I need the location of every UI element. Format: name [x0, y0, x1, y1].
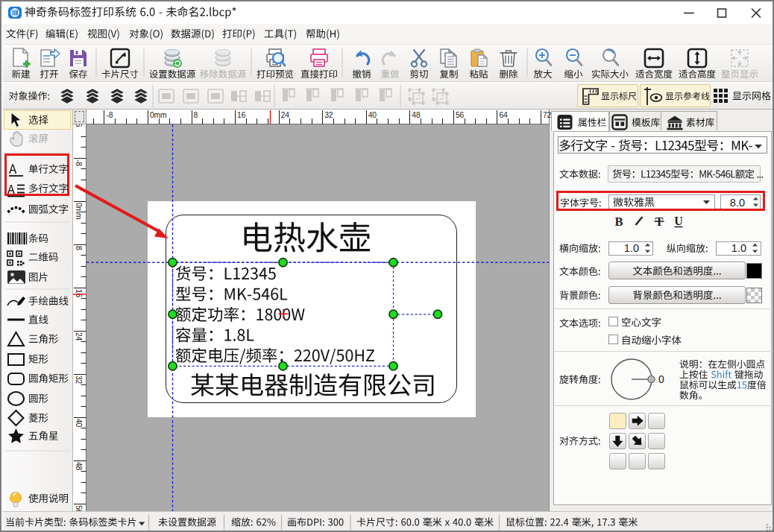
svg-text:0mm: 0mm — [150, 111, 166, 119]
svg-text:-8: -8 — [75, 159, 83, 166]
svg-text:16: 16 — [75, 289, 83, 298]
svg-text:U: U — [674, 215, 683, 227]
svg-text:32: 32 — [324, 111, 333, 119]
svg-text:16: 16 — [237, 111, 246, 119]
svg-text:32: 32 — [75, 376, 83, 384]
svg-text:48: 48 — [75, 462, 83, 471]
svg-text:1.0: 1.0 — [731, 242, 746, 254]
svg-text:56: 56 — [75, 505, 83, 514]
svg-text:72: 72 — [543, 111, 552, 119]
svg-text:8: 8 — [194, 111, 198, 119]
svg-text:8.0: 8.0 — [730, 197, 745, 209]
svg-text:64: 64 — [499, 111, 508, 119]
svg-text:8: 8 — [75, 246, 83, 250]
svg-text:24: 24 — [281, 111, 290, 119]
svg-text:B: B — [614, 215, 623, 229]
svg-text:48: 48 — [412, 111, 421, 119]
svg-text:56: 56 — [456, 111, 465, 119]
svg-text:0: 0 — [658, 373, 664, 385]
svg-text:-8: -8 — [106, 111, 113, 119]
svg-text:1.0: 1.0 — [624, 242, 639, 254]
svg-text:40: 40 — [368, 111, 377, 119]
svg-text:24: 24 — [75, 332, 83, 341]
svg-text:0mm: 0mm — [75, 203, 83, 219]
svg-text:-16: -16 — [75, 116, 83, 127]
svg-text:40: 40 — [75, 419, 83, 428]
